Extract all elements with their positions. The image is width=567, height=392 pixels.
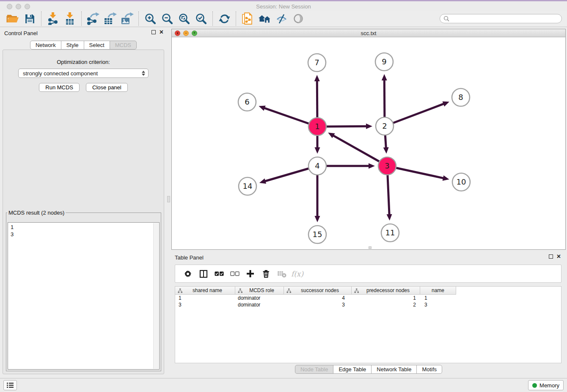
graph-edge-arrowhead xyxy=(366,124,372,129)
network-close-button[interactable]: x xyxy=(175,30,180,36)
table-cell: 1 xyxy=(420,295,456,301)
select-all-button[interactable] xyxy=(211,271,227,276)
show-panels-button[interactable] xyxy=(3,380,17,390)
mcds-result-area[interactable]: 1 3 xyxy=(8,222,160,370)
save-icon xyxy=(25,14,35,24)
delete-columns-button[interactable] xyxy=(258,269,274,278)
save-session-button[interactable] xyxy=(21,11,38,26)
column-header-mcds-role[interactable]: MCDS role xyxy=(235,287,284,295)
zoom-out-button[interactable] xyxy=(159,11,176,26)
tab-motifs[interactable]: Motifs xyxy=(416,365,442,374)
zoom-fit-button[interactable] xyxy=(176,11,193,26)
deselect-all-icon xyxy=(230,271,239,276)
graph-node-label: 6 xyxy=(245,97,249,106)
zoom-in-button[interactable] xyxy=(142,11,159,26)
create-column-button[interactable] xyxy=(242,270,258,278)
export-network-button[interactable] xyxy=(85,11,102,26)
split-columns-icon xyxy=(199,270,208,278)
network-window-titlebar[interactable]: x − + scc.txt xyxy=(172,29,565,37)
attribute-tree-icon xyxy=(178,288,182,293)
function-builder-button[interactable]: f(x) xyxy=(289,270,305,278)
graph-edge-arrowhead xyxy=(383,147,389,154)
splitter-grip[interactable] xyxy=(167,196,170,202)
graph-node-label: 4 xyxy=(315,161,319,170)
tab-mcds[interactable]: MCDS xyxy=(110,41,137,50)
refresh-layout-button[interactable] xyxy=(216,11,233,26)
network-canvas[interactable]: 1234678910111415 xyxy=(172,38,565,249)
node-table: shared name MCDS role successor nodes pr… xyxy=(175,286,561,363)
import-network-button[interactable] xyxy=(44,11,61,26)
create-network-button[interactable] xyxy=(239,11,256,26)
table-cell: dominator xyxy=(235,302,284,308)
column-header-successor-nodes[interactable]: successor nodes xyxy=(284,287,352,295)
graph-node-label: 11 xyxy=(385,228,395,237)
eye-icon xyxy=(293,13,304,24)
export-table-icon xyxy=(103,12,117,25)
graph-edge-2-8[interactable] xyxy=(385,104,444,126)
search-input[interactable] xyxy=(451,16,558,22)
network-minimize-button[interactable]: − xyxy=(183,30,189,36)
zoom-selected-button[interactable] xyxy=(193,11,209,26)
column-header-predecessor-nodes[interactable]: predecessor nodes xyxy=(352,287,420,295)
network-resize-grip[interactable] xyxy=(369,246,372,249)
hide-graphics-details-button[interactable] xyxy=(273,11,290,26)
memory-button[interactable]: Memory xyxy=(528,380,564,390)
result-scrollbar[interactable] xyxy=(153,223,159,369)
tab-node-table[interactable]: Node Table xyxy=(295,365,334,374)
graph-node-label: 9 xyxy=(382,57,386,66)
network-zoom-button[interactable]: + xyxy=(192,30,197,36)
graph-edge-arrowhead xyxy=(387,214,392,221)
export-table-button[interactable] xyxy=(102,11,118,26)
table-row[interactable]: 1dominator411 xyxy=(175,295,561,301)
control-panel: Control Panel × Network Style Select MCD… xyxy=(0,28,167,374)
column-header-shared-name[interactable]: shared name xyxy=(175,287,235,295)
houses-icon xyxy=(258,14,271,24)
vertical-splitter[interactable] xyxy=(167,28,171,374)
table-panel-float-button[interactable] xyxy=(549,254,553,259)
function-icon: f(x) xyxy=(291,270,303,278)
close-panel-button[interactable]: Close panel xyxy=(86,83,128,92)
format-panel-button[interactable] xyxy=(195,270,211,278)
table-toolbar: f(x) xyxy=(175,265,561,283)
app-titlebar: Session: New Session xyxy=(0,0,567,11)
show-graphics-details-button[interactable] xyxy=(290,11,307,26)
control-panel-header: Control Panel × xyxy=(0,28,167,39)
first-neighbors-button[interactable] xyxy=(256,11,273,26)
select-stepper-icon xyxy=(142,71,145,76)
tab-style[interactable]: Style xyxy=(61,41,84,50)
graph-node-label: 10 xyxy=(457,177,466,186)
table-row[interactable]: 3dominator323 xyxy=(175,301,561,308)
node-table-header: shared name MCDS role successor nodes pr… xyxy=(175,287,561,295)
list-icon xyxy=(6,382,14,388)
graph-edge-arrowhead xyxy=(315,147,320,154)
trash-icon xyxy=(261,269,270,278)
control-panel-close-button[interactable]: × xyxy=(160,30,163,34)
table-panel-close-button[interactable]: × xyxy=(557,254,561,259)
plus-icon xyxy=(246,270,254,278)
table-mode-button[interactable] xyxy=(180,270,195,278)
toolbar-separator xyxy=(81,11,82,26)
criterion-select[interactable]: strongly connected component xyxy=(18,69,149,78)
eye-slash-icon xyxy=(276,13,287,25)
zoom-out-icon xyxy=(161,13,173,25)
memory-label: Memory xyxy=(539,382,559,389)
import-table-button[interactable] xyxy=(61,11,78,26)
delete-table-button[interactable] xyxy=(274,270,289,278)
graph-edge-arrowhead xyxy=(382,74,387,80)
column-header-name[interactable]: name xyxy=(420,287,456,295)
mcds-result-title: MCDS result (2 nodes) xyxy=(7,210,66,216)
tab-edge-table[interactable]: Edge Table xyxy=(333,365,372,374)
search-box[interactable] xyxy=(440,14,562,23)
control-panel-float-button[interactable] xyxy=(151,30,156,34)
tab-network-table[interactable]: Network Table xyxy=(371,365,417,374)
open-folder-icon xyxy=(6,13,19,24)
tab-select[interactable]: Select xyxy=(84,41,110,50)
run-mcds-button[interactable]: Run MCDS xyxy=(39,83,80,92)
deselect-all-button[interactable] xyxy=(227,271,242,276)
table-cell: 3 xyxy=(284,302,352,308)
tab-network[interactable]: Network xyxy=(30,41,61,50)
toolbar-separator xyxy=(236,11,236,26)
toolbar-separator xyxy=(41,11,41,26)
export-image-button[interactable] xyxy=(118,11,135,26)
open-session-button[interactable] xyxy=(4,11,21,26)
